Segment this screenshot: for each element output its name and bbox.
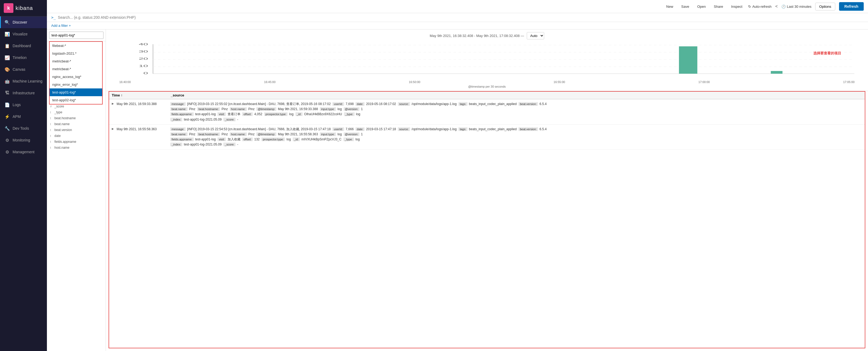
field-name: _score bbox=[54, 104, 64, 108]
save-button[interactable]: Save bbox=[679, 3, 691, 10]
sidebar-item-dashboard[interactable]: 📋 Dashboard bbox=[0, 40, 47, 52]
visualize-icon: 📊 bbox=[5, 31, 10, 37]
field-tag: _score: bbox=[223, 142, 236, 146]
field-date[interactable]: t date bbox=[47, 133, 105, 139]
index-option-nginx-error[interactable]: nginx_error_log* bbox=[50, 81, 102, 88]
field-beat-hostname[interactable]: t beat.hostname bbox=[47, 115, 105, 121]
field-type-icon: t bbox=[50, 117, 53, 120]
sidebar-item-label-infra: Infrastructure bbox=[12, 91, 35, 95]
chart-container: 40 30 20 10 0 bbox=[111, 41, 863, 85]
new-button[interactable]: New bbox=[664, 3, 675, 10]
field-name: beat.name bbox=[54, 122, 70, 126]
sidebar: k kibana 🔍 Discover 📊 Visualize 📋 Dashbo… bbox=[0, 0, 47, 351]
index-option-nginx-access[interactable]: nginx_access_log* bbox=[50, 73, 102, 81]
field-tag: _score: bbox=[223, 118, 236, 121]
field-tag: @timestamp: bbox=[256, 132, 276, 136]
refresh-button[interactable]: Refresh bbox=[839, 2, 864, 11]
field-tag: source: bbox=[398, 127, 410, 131]
field-tag: fields.appname: bbox=[170, 112, 194, 116]
management-icon: ⚙ bbox=[5, 149, 10, 155]
field-tag: _index: bbox=[170, 142, 182, 146]
sidebar-item-infrastructure[interactable]: 🏗 Infrastructure bbox=[0, 87, 47, 99]
index-option-testapp02[interactable]: test-app02-log* bbox=[50, 96, 102, 104]
field-type[interactable]: t _type bbox=[47, 109, 105, 115]
expand-arrow[interactable]: ▶ bbox=[112, 101, 114, 105]
svg-text:30: 30 bbox=[138, 50, 148, 53]
inspect-button[interactable]: Inspect bbox=[729, 3, 744, 10]
sidebar-item-label-ml: Machine Learning bbox=[12, 79, 42, 83]
sidebar-item-timelion[interactable]: 📈 Timelion bbox=[0, 52, 47, 64]
index-option-logstash[interactable]: logstash-2021.* bbox=[50, 50, 102, 57]
field-fields-appname[interactable]: t fields.appname bbox=[47, 139, 105, 145]
field-type-icon: t bbox=[50, 123, 53, 126]
result-time: May 9th 2021, 16:59:33.388 bbox=[117, 101, 167, 106]
results-area: Time ↑ _source ▶ May 9th 2021, 16:59:33.… bbox=[108, 91, 865, 348]
kibana-logo-icon: k bbox=[4, 3, 13, 13]
sidebar-item-machine-learning[interactable]: 🤖 Machine Learning bbox=[0, 75, 47, 87]
field-beat-name[interactable]: t beat.name bbox=[47, 121, 105, 127]
sidebar-item-visualize[interactable]: 📊 Visualize bbox=[0, 28, 47, 40]
field-tag: @version: bbox=[344, 132, 360, 136]
field-tag: _index: bbox=[170, 118, 182, 121]
sidebar-item-management[interactable]: ⚙ Management bbox=[0, 146, 47, 158]
field-tag: input.type: bbox=[320, 132, 336, 136]
index-option-filebeat[interactable]: filebeat-* bbox=[50, 42, 102, 50]
x-label-2: 16:45:00 bbox=[264, 81, 276, 84]
sidebar-item-canvas[interactable]: 🎨 Canvas bbox=[0, 64, 47, 75]
expand-arrow[interactable]: ▶ bbox=[112, 127, 114, 130]
field-tag: date: bbox=[355, 127, 365, 131]
result-source: message: [INFO] 2019-03-15 22:54:53 [cn.… bbox=[170, 127, 862, 147]
field-tag: tags: bbox=[458, 127, 467, 131]
field-tag: beat.name: bbox=[170, 132, 188, 136]
field-tag: @timestamp: bbox=[256, 107, 276, 111]
content-area: filebeat-* logstash-2021.* metricbeat-* … bbox=[47, 29, 868, 351]
nav-chevron[interactable]: < bbox=[775, 4, 778, 9]
field-tag: offset: bbox=[242, 112, 253, 116]
index-search-input[interactable] bbox=[49, 32, 103, 39]
sidebar-item-label-canvas: Canvas bbox=[12, 67, 25, 71]
x-label-6: 17:05:00 bbox=[843, 81, 855, 84]
field-host-name[interactable]: t host.name bbox=[47, 145, 105, 151]
discover-icon: 🔍 bbox=[5, 20, 10, 25]
field-tag: beat.hostname: bbox=[197, 107, 220, 111]
options-button[interactable]: Options bbox=[815, 3, 835, 10]
field-tag: tags: bbox=[458, 102, 467, 106]
sidebar-item-dev-tools[interactable]: 🔧 Dev Tools bbox=[0, 123, 47, 134]
svg-text:10: 10 bbox=[138, 65, 148, 67]
table-row: ▶ May 9th 2021, 16:55:58.363 message: [I… bbox=[109, 125, 865, 150]
field-tag: userId: bbox=[332, 102, 344, 106]
x-label-3: 16:50:00 bbox=[409, 81, 420, 84]
table-row: ▶ May 9th 2021, 16:59:33.388 message: [I… bbox=[109, 99, 865, 125]
sidebar-item-label-apm: APM bbox=[12, 115, 21, 119]
sidebar-item-discover[interactable]: 🔍 Discover bbox=[0, 17, 47, 28]
index-option-testapp01[interactable]: test-app01-log* bbox=[50, 88, 102, 96]
search-input[interactable] bbox=[58, 15, 864, 20]
sidebar-item-apm[interactable]: ⚡ APM bbox=[0, 111, 47, 123]
open-button[interactable]: Open bbox=[695, 3, 708, 10]
chart-footer: @timestamp per 30 seconds bbox=[111, 85, 863, 88]
field-tag: visit: bbox=[217, 137, 226, 141]
field-type-icon: t bbox=[50, 140, 53, 143]
index-option-metricbeat1[interactable]: metricbeat-* bbox=[50, 57, 102, 65]
field-tag: beat.hostname: bbox=[197, 132, 220, 136]
field-beat-version[interactable]: t beat.version bbox=[47, 127, 105, 133]
results-header: Time ↑ _source bbox=[109, 92, 865, 99]
add-filter-button[interactable]: Add a filter + bbox=[51, 24, 71, 28]
sidebar-item-label-devtools: Dev Tools bbox=[12, 126, 29, 130]
last-time-display: 🕐 Last 30 minutes bbox=[781, 5, 811, 8]
sidebar-item-label-logs: Logs bbox=[12, 103, 21, 107]
field-tag: date: bbox=[355, 102, 365, 106]
chart-interval-select[interactable]: Auto bbox=[527, 32, 544, 39]
field-name: date bbox=[54, 134, 61, 138]
field-tag: userId: bbox=[332, 127, 344, 131]
index-option-metricbeat2[interactable]: metricbeat-* bbox=[50, 65, 102, 73]
share-button[interactable]: Share bbox=[712, 3, 725, 10]
sidebar-item-logs[interactable]: 📄 Logs bbox=[0, 99, 47, 111]
sidebar-item-monitoring[interactable]: ⚙ Monitoring bbox=[0, 134, 47, 146]
logo-area: k kibana bbox=[0, 0, 47, 17]
sidebar-item-label-dashboard: Dashboard bbox=[12, 44, 31, 48]
field-tag: source: bbox=[398, 102, 410, 106]
auto-refresh-button[interactable]: ↻ Auto-refresh bbox=[748, 5, 772, 8]
svg-text:0: 0 bbox=[144, 72, 148, 75]
index-pattern-area: filebeat-* logstash-2021.* metricbeat-* … bbox=[47, 29, 105, 41]
